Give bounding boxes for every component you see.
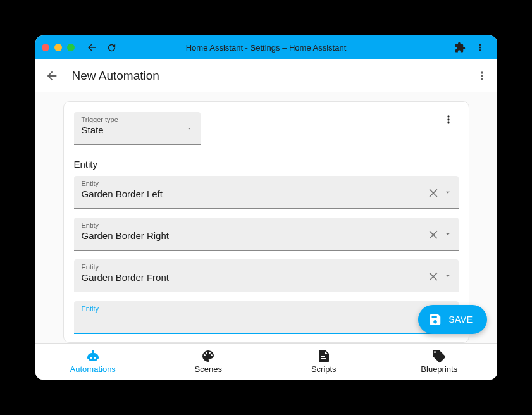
- entity-field-value: Garden Border Front: [82, 272, 169, 283]
- save-icon: [428, 313, 442, 326]
- browser-reload-button[interactable]: [104, 39, 120, 56]
- reload-icon: [106, 42, 117, 53]
- close-icon: [427, 228, 440, 240]
- trigger-type-label: Trigger type: [82, 116, 193, 123]
- puzzle-icon: [454, 42, 466, 53]
- trigger-type-select[interactable]: Trigger type State: [74, 112, 201, 145]
- tab-scenes[interactable]: Scenes: [151, 344, 266, 380]
- clear-entity-button[interactable]: [427, 228, 440, 240]
- titlebar: Home Assistant - Settings – Home Assista…: [35, 35, 497, 59]
- entity-dropdown-button[interactable]: [443, 188, 452, 197]
- bottom-tabs: Automations Scenes Scripts Blueprints: [35, 343, 497, 380]
- save-button[interactable]: SAVE: [418, 305, 486, 334]
- entity-field-label: Entity: [82, 305, 451, 313]
- entity-dropdown-button[interactable]: [443, 271, 452, 280]
- tab-automations[interactable]: Automations: [35, 344, 151, 380]
- entity-field-value: Garden Border Left: [82, 189, 163, 199]
- text-cursor: [82, 314, 82, 326]
- entity-field-label: Entity: [82, 221, 451, 229]
- entity-field[interactable]: Entity Garden Border Front: [74, 259, 459, 292]
- entity-dropdown-button[interactable]: [443, 230, 452, 238]
- back-button[interactable]: [44, 68, 59, 84]
- card-menu-button[interactable]: [442, 113, 455, 126]
- dots-vertical-icon: [474, 42, 486, 53]
- save-button-label: SAVE: [448, 314, 473, 325]
- app-window: Home Assistant - Settings – Home Assista…: [35, 35, 497, 380]
- entity-field-value: Garden Border Right: [82, 230, 169, 241]
- extensions-button[interactable]: [454, 42, 466, 53]
- browser-back-button[interactable]: [84, 39, 100, 56]
- tab-label: Scripts: [311, 364, 337, 374]
- script-icon: [316, 349, 331, 364]
- browser-menu-button[interactable]: [474, 42, 486, 53]
- chevron-down-icon: [443, 230, 452, 238]
- entity-field-label: Entity: [82, 263, 451, 271]
- tab-label: Scenes: [195, 364, 222, 374]
- trigger-type-value: State: [82, 125, 104, 135]
- entity-section-label: Entity: [74, 159, 459, 170]
- trigger-card: Trigger type State Entity Entity Garden …: [63, 101, 469, 343]
- tag-icon: [431, 349, 447, 364]
- chevron-down-icon: [443, 271, 452, 280]
- window-minimize-button[interactable]: [54, 44, 62, 51]
- page-title: New Automation: [72, 69, 159, 83]
- dots-vertical-icon: [476, 70, 488, 82]
- arrow-left-icon: [86, 42, 97, 53]
- traffic-lights: [42, 44, 75, 51]
- tab-blueprints[interactable]: Blueprints: [381, 344, 497, 380]
- tab-scripts[interactable]: Scripts: [266, 344, 382, 380]
- close-icon: [427, 186, 440, 199]
- palette-icon: [201, 349, 216, 364]
- arrow-left-icon: [45, 69, 59, 83]
- entity-field-new[interactable]: Entity: [74, 301, 459, 334]
- tab-label: Blueprints: [421, 364, 457, 374]
- clear-entity-button[interactable]: [427, 186, 440, 199]
- chevron-down-icon: [443, 188, 452, 197]
- robot-icon: [85, 349, 101, 364]
- entity-field-label: Entity: [82, 180, 451, 187]
- dots-vertical-icon: [442, 113, 455, 126]
- tab-label: Automations: [70, 364, 116, 374]
- clear-entity-button[interactable]: [427, 269, 440, 282]
- window-close-button[interactable]: [42, 44, 49, 51]
- page-menu-button[interactable]: [476, 70, 488, 82]
- app-header: New Automation: [35, 59, 497, 92]
- window-maximize-button[interactable]: [67, 44, 75, 51]
- entity-field[interactable]: Entity Garden Border Left: [74, 176, 459, 209]
- chevron-down-icon: [185, 125, 193, 132]
- entity-field[interactable]: Entity Garden Border Right: [74, 218, 459, 251]
- close-icon: [427, 269, 440, 282]
